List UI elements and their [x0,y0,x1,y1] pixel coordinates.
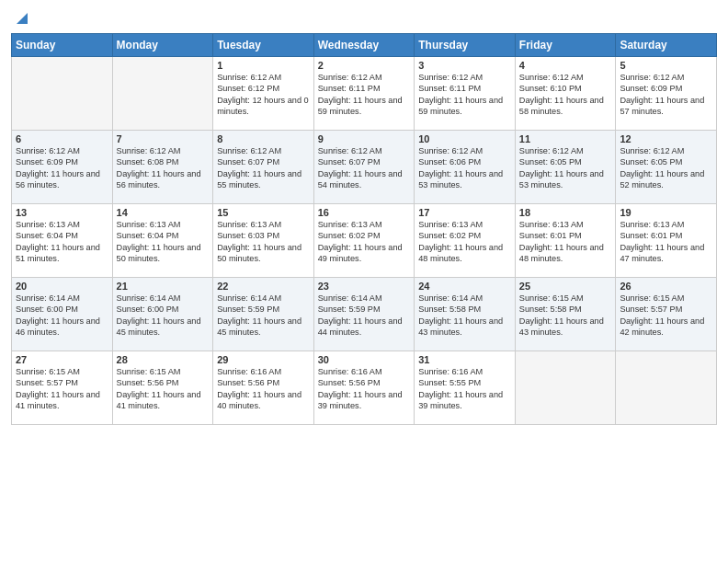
calendar-week-row: 27Sunrise: 6:15 AM Sunset: 5:57 PM Dayli… [12,351,717,425]
day-info: Sunrise: 6:16 AM Sunset: 5:55 PM Dayligh… [418,366,511,412]
calendar-week-row: 13Sunrise: 6:13 AM Sunset: 6:04 PM Dayli… [12,204,717,278]
calendar-week-row: 20Sunrise: 6:14 AM Sunset: 6:00 PM Dayli… [12,278,717,351]
day-info: Sunrise: 6:12 AM Sunset: 6:05 PM Dayligh… [620,145,712,191]
day-number: 29 [217,354,310,365]
calendar-cell: 22Sunrise: 6:14 AM Sunset: 5:59 PM Dayli… [213,278,314,351]
day-info: Sunrise: 6:13 AM Sunset: 6:01 PM Dayligh… [620,219,712,265]
calendar-cell: 14Sunrise: 6:13 AM Sunset: 6:04 PM Dayli… [112,204,213,278]
day-number: 22 [217,281,310,292]
calendar-week-row: 1Sunrise: 6:12 AM Sunset: 6:12 PM Daylig… [12,57,717,131]
day-number: 12 [620,133,712,144]
day-info: Sunrise: 6:15 AM Sunset: 5:58 PM Dayligh… [519,293,612,339]
day-info: Sunrise: 6:12 AM Sunset: 6:11 PM Dayligh… [418,72,511,118]
calendar-cell: 8Sunrise: 6:12 AM Sunset: 6:07 PM Daylig… [213,131,314,204]
day-number: 9 [318,133,411,144]
logo [11,9,31,28]
day-info: Sunrise: 6:16 AM Sunset: 5:56 PM Dayligh… [217,366,310,412]
day-number: 17 [418,207,511,218]
calendar-cell: 20Sunrise: 6:14 AM Sunset: 6:00 PM Dayli… [12,278,113,351]
calendar-cell: 26Sunrise: 6:15 AM Sunset: 5:57 PM Dayli… [616,278,717,351]
day-number: 18 [519,207,612,218]
calendar-cell: 11Sunrise: 6:12 AM Sunset: 6:05 PM Dayli… [515,131,616,204]
day-number: 15 [217,207,310,218]
calendar-cell [616,351,717,425]
day-info: Sunrise: 6:12 AM Sunset: 6:11 PM Dayligh… [318,72,411,118]
day-number: 1 [217,60,310,71]
day-number: 13 [16,207,108,218]
day-info: Sunrise: 6:14 AM Sunset: 5:58 PM Dayligh… [418,293,511,339]
day-info: Sunrise: 6:13 AM Sunset: 6:03 PM Dayligh… [217,219,310,265]
day-info: Sunrise: 6:14 AM Sunset: 6:00 PM Dayligh… [117,293,210,339]
day-number: 4 [519,60,612,71]
day-info: Sunrise: 6:12 AM Sunset: 6:09 PM Dayligh… [16,145,108,191]
day-info: Sunrise: 6:12 AM Sunset: 6:06 PM Dayligh… [418,145,511,191]
calendar-cell: 23Sunrise: 6:14 AM Sunset: 5:59 PM Dayli… [313,278,415,351]
day-number: 20 [16,281,108,292]
day-info: Sunrise: 6:14 AM Sunset: 5:59 PM Dayligh… [318,293,411,339]
day-info: Sunrise: 6:13 AM Sunset: 6:01 PM Dayligh… [519,219,612,265]
calendar-cell: 16Sunrise: 6:13 AM Sunset: 6:02 PM Dayli… [313,204,415,278]
day-number: 25 [519,281,612,292]
calendar-cell: 2Sunrise: 6:12 AM Sunset: 6:11 PM Daylig… [313,57,415,131]
svg-marker-0 [17,13,28,24]
day-number: 3 [418,60,511,71]
calendar-cell: 5Sunrise: 6:12 AM Sunset: 6:09 PM Daylig… [616,57,717,131]
day-number: 11 [519,133,612,144]
calendar-cell: 15Sunrise: 6:13 AM Sunset: 6:03 PM Dayli… [213,204,314,278]
day-info: Sunrise: 6:15 AM Sunset: 5:57 PM Dayligh… [620,293,712,339]
day-info: Sunrise: 6:12 AM Sunset: 6:09 PM Dayligh… [620,72,712,118]
day-info: Sunrise: 6:15 AM Sunset: 5:56 PM Dayligh… [117,366,210,412]
page-container: SundayMondayTuesdayWednesdayThursdayFrid… [0,0,728,432]
calendar-cell: 31Sunrise: 6:16 AM Sunset: 5:55 PM Dayli… [415,351,516,425]
calendar-cell: 18Sunrise: 6:13 AM Sunset: 6:01 PM Dayli… [515,204,616,278]
day-number: 24 [418,281,511,292]
day-number: 10 [418,133,511,144]
col-header-wednesday: Wednesday [313,34,415,57]
day-info: Sunrise: 6:13 AM Sunset: 6:02 PM Dayligh… [318,219,411,265]
calendar-cell: 1Sunrise: 6:12 AM Sunset: 6:12 PM Daylig… [213,57,314,131]
calendar-table: SundayMondayTuesdayWednesdayThursdayFrid… [11,33,717,425]
day-info: Sunrise: 6:13 AM Sunset: 6:02 PM Dayligh… [418,219,511,265]
calendar-cell: 25Sunrise: 6:15 AM Sunset: 5:58 PM Dayli… [515,278,616,351]
calendar-cell: 12Sunrise: 6:12 AM Sunset: 6:05 PM Dayli… [616,131,717,204]
calendar-cell [515,351,616,425]
day-info: Sunrise: 6:12 AM Sunset: 6:10 PM Dayligh… [519,72,612,118]
calendar-cell: 13Sunrise: 6:13 AM Sunset: 6:04 PM Dayli… [12,204,113,278]
day-number: 21 [117,281,210,292]
day-number: 31 [418,354,511,365]
calendar-cell: 19Sunrise: 6:13 AM Sunset: 6:01 PM Dayli… [616,204,717,278]
page-header [11,9,717,28]
calendar-cell: 6Sunrise: 6:12 AM Sunset: 6:09 PM Daylig… [12,131,113,204]
col-header-tuesday: Tuesday [213,34,314,57]
col-header-saturday: Saturday [616,34,717,57]
day-info: Sunrise: 6:15 AM Sunset: 5:57 PM Dayligh… [16,366,108,412]
calendar-cell: 21Sunrise: 6:14 AM Sunset: 6:00 PM Dayli… [112,278,213,351]
day-number: 2 [318,60,411,71]
day-info: Sunrise: 6:13 AM Sunset: 6:04 PM Dayligh… [117,219,210,265]
day-info: Sunrise: 6:16 AM Sunset: 5:56 PM Dayligh… [318,366,411,412]
calendar-cell: 29Sunrise: 6:16 AM Sunset: 5:56 PM Dayli… [213,351,314,425]
col-header-thursday: Thursday [415,34,516,57]
day-number: 30 [318,354,411,365]
calendar-cell: 7Sunrise: 6:12 AM Sunset: 6:08 PM Daylig… [112,131,213,204]
day-info: Sunrise: 6:12 AM Sunset: 6:05 PM Dayligh… [519,145,612,191]
day-info: Sunrise: 6:14 AM Sunset: 6:00 PM Dayligh… [16,293,108,339]
calendar-cell: 9Sunrise: 6:12 AM Sunset: 6:07 PM Daylig… [313,131,415,204]
calendar-cell: 24Sunrise: 6:14 AM Sunset: 5:58 PM Dayli… [415,278,516,351]
day-number: 5 [620,60,712,71]
calendar-cell: 10Sunrise: 6:12 AM Sunset: 6:06 PM Dayli… [415,131,516,204]
calendar-header-row: SundayMondayTuesdayWednesdayThursdayFrid… [12,34,717,57]
calendar-cell: 30Sunrise: 6:16 AM Sunset: 5:56 PM Dayli… [313,351,415,425]
day-info: Sunrise: 6:12 AM Sunset: 6:07 PM Dayligh… [318,145,411,191]
day-number: 27 [16,354,108,365]
calendar-cell [112,57,213,131]
day-number: 28 [117,354,210,365]
col-header-sunday: Sunday [12,34,113,57]
day-number: 23 [318,281,411,292]
day-info: Sunrise: 6:13 AM Sunset: 6:04 PM Dayligh… [16,219,108,265]
day-info: Sunrise: 6:12 AM Sunset: 6:12 PM Dayligh… [217,72,310,118]
calendar-cell: 28Sunrise: 6:15 AM Sunset: 5:56 PM Dayli… [112,351,213,425]
logo-icon [13,9,31,28]
day-info: Sunrise: 6:12 AM Sunset: 6:07 PM Dayligh… [217,145,310,191]
day-info: Sunrise: 6:14 AM Sunset: 5:59 PM Dayligh… [217,293,310,339]
